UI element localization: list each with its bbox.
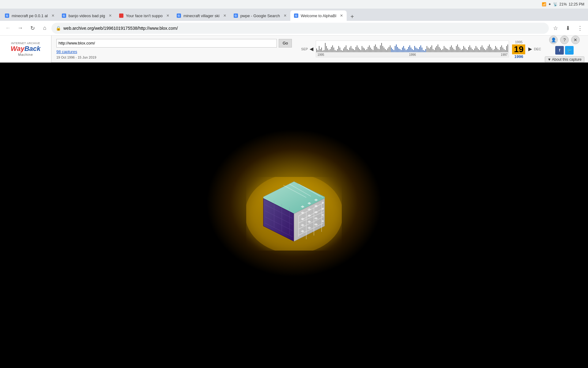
tab1-favicon: G	[5, 13, 9, 18]
next-year-button[interactable]: ▶	[527, 43, 533, 55]
timeline-years: 1995 1996 1997	[316, 52, 509, 57]
reload-button[interactable]: ↻	[27, 23, 38, 34]
browser-tab-5[interactable]: G pwpe - Google Search ✕	[230, 10, 290, 21]
nav-right-icons: ☆ ⬇ ⋮	[550, 23, 586, 34]
current-year-display: 1996	[512, 54, 525, 59]
wayback-go-button[interactable]: Go	[279, 39, 292, 48]
timeline-area: SEP ◀ 1995 1996 1997 1995 19 1996 ▶ DEC	[301, 39, 541, 59]
tab5-favicon: G	[234, 13, 238, 18]
tab2-close[interactable]: ✕	[109, 13, 112, 18]
main-content-area	[0, 63, 588, 368]
timeline-bar: 1995 1996 1997	[316, 40, 509, 57]
wayback-right-panel: 👤 ? ✕ f 🐦 ▼ About this capture	[541, 36, 588, 63]
download-button[interactable]: ⬇	[562, 23, 573, 34]
tab3-close[interactable]: ✕	[166, 13, 169, 18]
time-display: 12:25 PM	[569, 2, 584, 6]
tab2-favicon: G	[62, 13, 66, 18]
month-dec-label: DEC	[534, 47, 541, 51]
status-bar: 📶 ✦ 📡 21% 12:25 PM	[0, 0, 588, 9]
tab5-close[interactable]: ✕	[284, 13, 287, 18]
year-display: 1995 19 1996	[510, 39, 527, 59]
blox-cube-image	[245, 163, 343, 255]
browser-tab-4[interactable]: G minecraft villager ski ✕	[173, 10, 230, 21]
back-button[interactable]: ←	[2, 23, 13, 34]
wayback-logo: INTERNET ARCHIVE WayBack Machine	[0, 36, 51, 63]
wayback-center: Go 98 captures 19 Oct 1996 - 15 Jun 2019	[51, 37, 301, 61]
tab1-close[interactable]: ✕	[51, 13, 55, 18]
wayback-date-range: 19 Oct 1996 - 15 Jun 2019	[56, 56, 96, 59]
security-lock-icon: 🔒	[56, 26, 61, 31]
wayback-machine-label: Machine	[11, 53, 40, 56]
new-tab-button[interactable]: +	[348, 12, 356, 21]
address-bar-container[interactable]: 🔒	[51, 23, 549, 34]
tab1-title: minecraft pe 0.0.1 al	[12, 13, 48, 18]
wayback-url-row: Go	[56, 39, 292, 48]
year-1995-label: 1995	[316, 53, 380, 56]
wifi-icon: 📡	[553, 2, 558, 6]
wayback-close-icon[interactable]: ✕	[571, 36, 580, 44]
prev-year-display: 1995	[515, 40, 522, 44]
wayback-captures-row: 98 captures	[56, 49, 77, 54]
tab2-title: banjo videos bad pig	[69, 13, 105, 18]
browser-tab-3[interactable]: Your face isn't suppo ✕	[115, 10, 173, 21]
year-1996-label: 1996	[380, 53, 445, 56]
menu-button[interactable]: ⋮	[575, 23, 586, 34]
sim-icon: 📶	[542, 2, 546, 6]
year-1997-label: 1997	[445, 53, 509, 56]
status-icons: 📶 ✦ 📡 21% 12:25 PM	[542, 2, 584, 6]
home-button[interactable]: ⌂	[39, 23, 50, 34]
tab6-favicon: G	[294, 13, 298, 18]
battery-level: 21%	[560, 2, 567, 6]
browser-tab-1[interactable]: G minecraft pe 0.0.1 al ✕	[1, 10, 58, 21]
wayback-toolbar: INTERNET ARCHIVE WayBack Machine Go 98 c…	[0, 36, 588, 63]
tab4-title: minecraft villager ski	[183, 13, 220, 18]
browser-tab-6[interactable]: G Welcome to AlphaBl ✕	[290, 10, 347, 21]
wayback-account-icons: 👤 ? ✕	[549, 36, 580, 44]
address-input[interactable]	[63, 26, 545, 31]
wayback-back: Back	[24, 45, 41, 53]
wayback-url-input[interactable]	[56, 39, 277, 48]
tab4-close[interactable]: ✕	[223, 13, 226, 18]
wayback-social-icons: f 🐦	[555, 46, 574, 55]
tab4-favicon: G	[177, 13, 181, 18]
wayback-help-icon[interactable]: ?	[560, 36, 569, 44]
wayback-user-icon[interactable]: 👤	[549, 36, 558, 44]
browser-tab-2[interactable]: G banjo videos bad pig ✕	[58, 10, 115, 21]
wayback-facebook-button[interactable]: f	[555, 46, 564, 55]
tab5-title: pwpe - Google Search	[240, 13, 280, 18]
timeline-bars	[316, 41, 509, 52]
tab3-favicon	[119, 13, 123, 18]
bookmark-button[interactable]: ☆	[550, 23, 561, 34]
wayback-twitter-button[interactable]: 🐦	[565, 46, 574, 55]
tab3-title: Your face isn't suppo	[126, 13, 163, 18]
wayback-way: Way	[11, 45, 24, 53]
bluetooth-icon: ✦	[548, 2, 551, 6]
tab6-close[interactable]: ✕	[340, 13, 343, 18]
forward-button[interactable]: →	[15, 23, 26, 34]
tab-bar: G minecraft pe 0.0.1 al ✕ G banjo videos…	[0, 9, 588, 21]
ia-label: INTERNET ARCHIVE	[11, 42, 40, 45]
wayback-captures-link[interactable]: 98 captures	[56, 49, 77, 54]
navigation-bar: ← → ↻ ⌂ 🔒 ☆ ⬇ ⋮	[0, 21, 588, 36]
month-sep-label: SEP	[301, 47, 308, 51]
current-day-display: 19	[512, 44, 525, 54]
prev-year-button[interactable]: ◀	[308, 43, 315, 55]
about-capture-button[interactable]: ▼ About this capture	[545, 56, 584, 63]
tab6-title: Welcome to AlphaBl	[301, 13, 336, 18]
